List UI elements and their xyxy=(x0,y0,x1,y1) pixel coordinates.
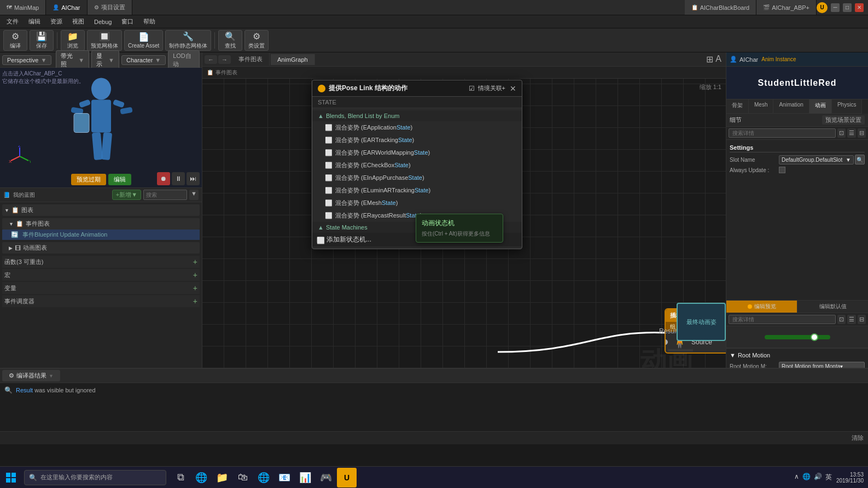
popup-item-6[interactable]: ⬜ 混合姿势 (EMeshState) xyxy=(312,197,522,209)
character-button[interactable]: Character ▼ xyxy=(121,55,166,65)
record-button[interactable]: ⏺ xyxy=(157,172,170,185)
popup-item-0[interactable]: ⬜ 混合姿势 (EApplicationState) xyxy=(312,121,522,134)
taskbar-ppt[interactable]: 📊 xyxy=(295,468,315,487)
popup-item-1[interactable]: ⬜ 混合姿势 (EARTrackingState) xyxy=(312,134,522,146)
create-asset-button[interactable]: 📄 Create Asset xyxy=(124,30,163,51)
taskbar-search-bar[interactable]: 🔍 在这里输入你要搜索的内容 xyxy=(24,470,166,485)
menu-file[interactable]: 文件 xyxy=(2,16,23,27)
popup-item-7[interactable]: ⬜ 混合姿势 (ERaycastResultState) xyxy=(312,209,522,222)
new-blueprint-button[interactable]: +新增▼ xyxy=(112,190,141,200)
clear-button[interactable]: 清除 xyxy=(852,434,864,442)
details-search-input-2[interactable] xyxy=(729,315,836,324)
taskbar-chrome[interactable]: 🌐 xyxy=(254,468,273,487)
result-node[interactable]: 最终动画姿 xyxy=(677,303,726,341)
tab-anim-zh[interactable]: 动画 xyxy=(809,99,832,114)
close-button[interactable]: ✕ xyxy=(855,3,864,12)
network-icon[interactable]: 🌐 xyxy=(802,473,811,482)
menu-help[interactable]: 帮助 xyxy=(139,16,160,27)
details-search-input[interactable] xyxy=(729,128,836,138)
event-dispatch-row[interactable]: 事件调度器 + xyxy=(2,295,200,307)
preview-slider[interactable] xyxy=(765,335,830,339)
popup-item-2[interactable]: ⬜ 混合姿势 (EARWorldMappingState) xyxy=(312,146,522,159)
lod-button[interactable]: LOD自动 xyxy=(168,50,200,70)
tab-project-settings[interactable]: ⚙ 项目设置 xyxy=(88,0,132,15)
class-settings-button[interactable]: ⚙ 类设置 xyxy=(244,30,269,51)
search-node-input[interactable]: A xyxy=(715,54,721,64)
taskbar-unreal[interactable]: U xyxy=(337,468,357,487)
taskbar-game[interactable]: 🎮 xyxy=(316,468,336,487)
pause-button[interactable]: ⏸ xyxy=(172,172,185,185)
forward-button[interactable]: → xyxy=(218,55,231,64)
make-static-button[interactable]: 🔧 制作静态网格体 xyxy=(165,30,211,51)
tab-main-map[interactable]: 🗺 MainMap xyxy=(0,0,46,15)
align-tool[interactable]: ⊞ xyxy=(706,54,713,64)
filter-button[interactable]: ▼ xyxy=(189,190,199,200)
taskbar-task-view[interactable]: ⧉ xyxy=(171,468,190,487)
taskbar-edge[interactable]: 🌐 xyxy=(191,468,211,487)
edit-preview-tab[interactable]: 编辑预览 xyxy=(726,301,797,313)
taskbar-email[interactable]: 📧 xyxy=(275,468,294,487)
details-expand-btn-2[interactable]: ⊟ xyxy=(858,315,866,324)
blueprint-update-item[interactable]: 🔄 事件Blueprint Update Animation xyxy=(2,230,200,240)
center-tab-anim[interactable]: AnimGraph xyxy=(271,54,315,65)
chevron-up-icon[interactable]: ∧ xyxy=(794,473,799,482)
popup-checkbox[interactable]: ☑ xyxy=(469,85,475,92)
menu-asset[interactable]: 资源 xyxy=(46,16,67,27)
tab-ai-char-board[interactable]: 📋 AICharBlackBoard xyxy=(685,0,757,15)
tab-ai-char-abp[interactable]: 🎬 AIChar_ABP+ xyxy=(756,0,817,15)
popup-state-machines-header[interactable]: ▲ State Machines xyxy=(312,222,522,233)
next-frame-button[interactable]: ⏭ xyxy=(187,172,200,185)
volume-icon[interactable]: 🔊 xyxy=(814,473,822,482)
taskbar-store[interactable]: 🛍 xyxy=(233,468,253,487)
popup-item-3[interactable]: ⬜ 混合姿势 (ECheckBoxState) xyxy=(312,159,522,172)
details-list-btn[interactable]: ☰ xyxy=(847,128,856,138)
find-button[interactable]: 🔍 查找 xyxy=(218,30,242,51)
perspective-button[interactable]: Perspective ▼ xyxy=(2,55,51,65)
blueprint-search-input[interactable] xyxy=(143,190,187,200)
always-update-checkbox[interactable] xyxy=(779,167,785,173)
back-button[interactable]: ← xyxy=(205,55,217,64)
slot-name-dropdown[interactable]: DefaultGroup.DefaultSlot ▼ xyxy=(779,155,854,164)
details-expand-btn[interactable]: ⊟ xyxy=(858,128,866,138)
state-popup[interactable]: 提供Pose Link 结构的动作 ☑ 情境关联+ ✕ STATE ▲ Blen… xyxy=(312,80,522,249)
edit-default-tab[interactable]: 编辑默认值 xyxy=(797,301,868,313)
popup-blends-header[interactable]: ▲ Blends, Blend List by Enum xyxy=(312,110,522,121)
browse-button[interactable]: 📁 浏览 xyxy=(61,30,85,51)
minimize-button[interactable]: ─ xyxy=(831,3,840,12)
event-graph-header[interactable]: ▼ 📋 事件图表 xyxy=(2,218,200,230)
slot-search-button[interactable]: 🔍 xyxy=(855,155,865,164)
scene-settings-button[interactable]: 预览场景设置 xyxy=(822,115,865,125)
macro-row[interactable]: 宏 + xyxy=(2,269,200,281)
menu-view[interactable]: 视图 xyxy=(68,16,89,27)
save-button[interactable]: 💾 保存 xyxy=(30,30,54,51)
maximize-button[interactable]: □ xyxy=(843,3,852,12)
show-button[interactable]: 显示 ▼ xyxy=(91,50,119,70)
output-tab-compiler[interactable]: ⚙ 编译器结果 ▼ xyxy=(2,370,60,381)
menu-window[interactable]: 窗口 xyxy=(117,16,138,27)
popup-item-5[interactable]: ⬜ 混合姿势 (ELuminARTrackingState) xyxy=(312,184,522,197)
start-button[interactable] xyxy=(0,467,22,489)
preview-expired-button[interactable]: 预览过期 xyxy=(71,174,106,185)
details-list-btn-2[interactable]: ☰ xyxy=(847,315,856,324)
tab-ai-char[interactable]: 👤 AIChar xyxy=(46,0,87,15)
details-filter-btn-2[interactable]: ⊡ xyxy=(837,315,846,324)
edit-button[interactable]: 编辑 xyxy=(108,174,131,185)
taskbar-explorer[interactable]: 📁 xyxy=(212,468,232,487)
preview-mesh-button[interactable]: 🔲 预览网格体 xyxy=(87,30,122,51)
graph-section-header[interactable]: ▼ 📋 图表 xyxy=(2,204,200,216)
tab-skeleton[interactable]: 骨架 xyxy=(726,99,749,114)
functions-row[interactable]: 函数(3 可重击) + xyxy=(2,256,200,268)
display-button[interactable]: 带光照 ▼ xyxy=(56,50,89,70)
tab-physics[interactable]: Physics xyxy=(832,99,862,114)
popup-add-state-input-row[interactable]: ⬜ 添加新状态机... xyxy=(312,233,522,246)
menu-debug[interactable]: Debug xyxy=(90,17,116,26)
compile-button[interactable]: ⚙ 编译 xyxy=(3,30,27,51)
anim-graph-header[interactable]: ▶ 🎞 动画图表 xyxy=(2,242,200,254)
vars-row[interactable]: 变量 + xyxy=(2,282,200,294)
menu-edit[interactable]: 编辑 xyxy=(24,16,45,27)
details-filter-btn[interactable]: ⊡ xyxy=(837,128,846,138)
center-tab-event[interactable]: 事件图表 xyxy=(232,53,270,66)
tab-mesh[interactable]: Mesh xyxy=(749,99,773,114)
popup-item-4[interactable]: ⬜ 混合姿势 (EInAppPurchaseState) xyxy=(312,172,522,184)
popup-close-button[interactable]: ✕ xyxy=(510,84,516,93)
